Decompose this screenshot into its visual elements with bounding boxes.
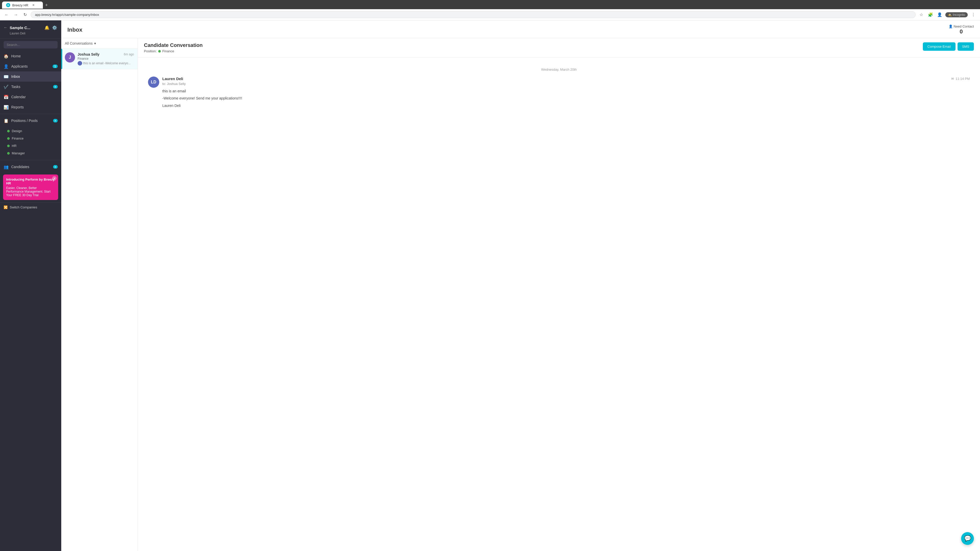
conv-avatar: J xyxy=(65,52,75,62)
conv-preview-avatar xyxy=(78,61,82,65)
app-container: ← Sample C... 🔔 ⚙️ Lauren Deli 🏠 Home 👤 … xyxy=(0,21,980,551)
notifications-button[interactable]: 🔔 xyxy=(44,24,50,30)
position-hr[interactable]: HR xyxy=(0,142,61,149)
switch-companies-label: Switch Companies xyxy=(10,205,37,209)
positions-icon: 📋 xyxy=(3,118,9,123)
message-item: LD Lauren Deli ✉ 11:14 PM to: Joshua Sel… xyxy=(148,76,970,110)
nav-tasks-label: Tasks xyxy=(11,85,21,89)
conv-detail-title: Candidate Conversation xyxy=(144,42,203,48)
nav-applicants[interactable]: 👤 Applicants 1 xyxy=(0,61,61,71)
switch-companies-icon: 🔀 xyxy=(3,205,8,209)
position-finance-label: Finance xyxy=(12,137,24,140)
menu-button[interactable]: ⋮ xyxy=(970,11,977,18)
conversation-item[interactable]: J Joshua Selly 6m ago Finance this is an… xyxy=(61,49,138,69)
nav-inbox[interactable]: ✉️ Inbox xyxy=(0,71,61,82)
date-separator: Wednesday, March 20th xyxy=(148,68,970,71)
email-icon: ✉ xyxy=(951,77,954,81)
nav-home-label: Home xyxy=(11,54,21,58)
position-manager[interactable]: Manager xyxy=(0,149,61,157)
reload-button[interactable]: ↻ xyxy=(21,11,29,18)
msg-avatar: LD xyxy=(148,76,159,88)
nav-positions[interactable]: 📋 Positions / Pools + xyxy=(0,116,61,126)
nav-calendar[interactable]: 📅 Calendar xyxy=(0,92,61,102)
filter-dropdown-icon: ▾ xyxy=(94,41,96,45)
positions-badge: + xyxy=(53,119,58,122)
applicants-badge: 1 xyxy=(52,65,58,68)
address-input[interactable] xyxy=(30,11,916,18)
conv-active-bar xyxy=(61,49,62,69)
candidates-badge: + xyxy=(53,165,58,168)
inbox-body: All Conversations ▾ J Joshua Selly 6m ag… xyxy=(61,38,980,551)
sidebar: ← Sample C... 🔔 ⚙️ Lauren Deli 🏠 Home 👤 … xyxy=(0,21,61,551)
msg-line-3: Lauren Deli xyxy=(162,103,970,108)
tab-bar: B Breezy HR ✕ + xyxy=(0,0,980,9)
candidates-icon: 👥 xyxy=(3,164,9,169)
position-finance[interactable]: Finance xyxy=(0,135,61,142)
position-finance-dot xyxy=(7,137,10,140)
tasks-icon: ✔️ xyxy=(3,84,9,89)
chat-fab[interactable]: 💬 xyxy=(961,532,974,545)
nav-calendar-label: Calendar xyxy=(11,95,26,99)
msg-sender: Lauren Deli xyxy=(162,76,183,81)
applicants-icon: 👤 xyxy=(3,64,9,69)
sidebar-back-button[interactable]: ← xyxy=(3,25,8,30)
compose-email-button[interactable]: Compose Email xyxy=(923,42,956,51)
promo-close-button[interactable]: ✕ xyxy=(52,176,57,181)
filter-label: All Conversations xyxy=(65,41,93,45)
conv-position: Finance xyxy=(78,57,134,60)
home-icon: 🏠 xyxy=(3,54,9,59)
filter-button[interactable]: All Conversations ▾ xyxy=(65,41,96,45)
profile-button[interactable]: 👤 xyxy=(936,11,943,18)
switch-companies[interactable]: 🔀 Switch Companies xyxy=(0,203,61,212)
conv-preview-text: this is an email -Welcome everyo... xyxy=(83,62,130,65)
conv-name: Joshua Selly xyxy=(78,52,100,56)
inbox-icon: ✉️ xyxy=(3,74,9,79)
position-manager-label: Manager xyxy=(12,151,25,155)
conv-info: Joshua Selly 6m ago Finance this is an e… xyxy=(78,52,134,65)
positions-section: Design Finance HR Manager xyxy=(0,126,61,159)
new-tab-button[interactable]: + xyxy=(43,2,50,9)
promo-body: Easier, Cleaner, Better Performance Mana… xyxy=(6,186,55,197)
conversation-detail: Candidate Conversation Position: Finance… xyxy=(138,38,980,551)
position-hr-label: HR xyxy=(12,144,17,148)
browser-tab[interactable]: B Breezy HR ✕ xyxy=(2,2,43,9)
position-label: Position: xyxy=(144,49,157,53)
search-input[interactable] xyxy=(3,41,58,48)
bookmark-button[interactable]: ☆ xyxy=(918,11,925,18)
reports-icon: 📊 xyxy=(3,105,9,110)
tab-favicon: B xyxy=(6,3,10,7)
nav-tasks[interactable]: ✔️ Tasks + xyxy=(0,82,61,92)
settings-button[interactable]: ⚙️ xyxy=(52,24,58,30)
tab-close-button[interactable]: ✕ xyxy=(32,3,35,7)
back-button[interactable]: ← xyxy=(3,11,10,18)
position-design[interactable]: Design xyxy=(0,127,61,135)
msg-line-2: -Welcome everyone! Send me your applicat… xyxy=(162,95,970,101)
extensions-button[interactable]: 🧩 xyxy=(927,11,934,18)
tasks-badge: + xyxy=(53,85,58,89)
promo-title: Introducing Perform by Breezy HR xyxy=(6,178,55,185)
conv-filter: All Conversations ▾ xyxy=(61,38,138,49)
nav-reports[interactable]: 📊 Reports xyxy=(0,102,61,112)
sms-button[interactable]: SMS xyxy=(958,42,974,51)
address-bar-row: ← → ↻ ☆ 🧩 👤 🕵️ Incognito ⋮ xyxy=(0,9,980,21)
position-name: Finance xyxy=(162,49,174,53)
position-manager-dot xyxy=(7,152,10,155)
search-box xyxy=(0,38,61,51)
user-name: Lauren Deli xyxy=(3,32,58,35)
need-contact: 👤 Need Contact 0 xyxy=(948,24,974,35)
main-content: Inbox 👤 Need Contact 0 All Conversations… xyxy=(61,21,980,551)
need-contact-count: 0 xyxy=(959,28,963,35)
nav-reports-label: Reports xyxy=(11,105,24,109)
position-design-dot xyxy=(7,130,10,132)
chat-fab-icon: 💬 xyxy=(964,535,971,542)
inbox-title: Inbox xyxy=(67,27,83,33)
company-name: Sample C... xyxy=(10,25,42,30)
nav-home[interactable]: 🏠 Home xyxy=(0,51,61,61)
position-green-dot xyxy=(158,50,161,52)
incognito-badge: 🕵️ Incognito xyxy=(945,12,968,17)
nav-candidates[interactable]: 👥 Candidates + xyxy=(0,162,61,172)
forward-button[interactable]: → xyxy=(12,11,19,18)
sidebar-header: ← Sample C... 🔔 ⚙️ Lauren Deli xyxy=(0,21,61,38)
need-contact-label: Need Contact xyxy=(954,24,974,28)
promo-banner[interactable]: ✕ Introducing Perform by Breezy HR Easie… xyxy=(3,175,58,200)
